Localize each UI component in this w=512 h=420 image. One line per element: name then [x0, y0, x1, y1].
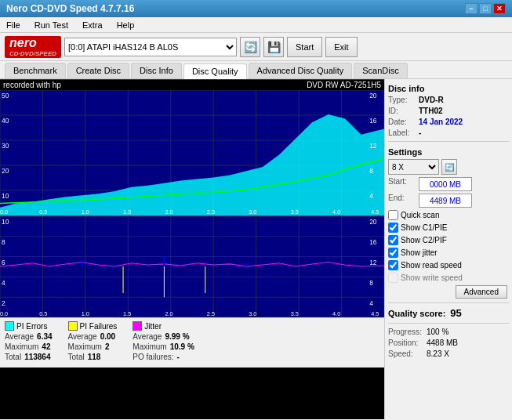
svg-text:40: 40	[2, 117, 9, 125]
svg-text:2.5: 2.5	[207, 208, 215, 215]
svg-text:4.5: 4.5	[371, 310, 379, 317]
end-mb-input[interactable]	[419, 194, 472, 208]
quick-scan-label: Quick scan	[401, 211, 439, 219]
tab-disc-info[interactable]: Disc Info	[131, 63, 182, 78]
pi-errors-color	[5, 321, 14, 331]
svg-text:1.0: 1.0	[82, 208, 89, 215]
po-failures-val: -	[177, 353, 180, 361]
chart-bottom: 10 8 6 4 2 20 16 12 8 4 0.0 0.5 1.0 1.5 …	[0, 215, 384, 317]
show-c2-pif-row: Show C2/PIF	[388, 235, 509, 245]
svg-text:20: 20	[369, 92, 377, 100]
quick-scan-checkbox[interactable]	[388, 210, 398, 220]
position-row: Position: 4488 MB	[388, 339, 509, 347]
tab-advanced-disc-quality[interactable]: Advanced Disc Quality	[249, 63, 353, 78]
svg-text:4: 4	[369, 299, 373, 307]
show-write-speed-checkbox	[388, 273, 398, 283]
jitter-group: Jitter Average 9.99 % Maximum 10.9 % PO …	[133, 321, 194, 361]
svg-text:8: 8	[369, 279, 373, 287]
menu-extra[interactable]: Extra	[79, 20, 106, 31]
svg-text:2.0: 2.0	[165, 310, 172, 317]
speed-select[interactable]: 8 X 4 X 6 X 12 X MAX	[388, 159, 439, 175]
nero-logo: nero CD·DVD/SPEED	[5, 36, 61, 58]
svg-text:3.0: 3.0	[249, 208, 256, 215]
show-c1-pie-label: Show C1/PIE	[401, 223, 447, 232]
close-btn[interactable]: ✕	[493, 3, 506, 14]
pi-failures-group: PI Failures Average 0.00 Maximum 2 Total…	[68, 321, 118, 361]
show-write-speed-label: Show write speed	[401, 273, 463, 282]
chart-bottom-svg: 10 8 6 4 2 20 16 12 8 4 0.0 0.5 1.0 1.5 …	[0, 216, 384, 317]
disc-id: TTH02	[419, 107, 443, 115]
disc-label: -	[419, 129, 421, 137]
disc-type: DVD-R	[419, 96, 444, 104]
quality-score-row: Quality score: 95	[388, 307, 509, 319]
divider-3	[388, 323, 509, 324]
advanced-button[interactable]: Advanced	[456, 285, 507, 299]
titlebar: Nero CD-DVD Speed 4.7.7.16 − □ ✕	[0, 0, 512, 17]
disc-date: 14 Jan 2022	[419, 118, 463, 126]
refresh-icon-btn[interactable]: 🔄	[240, 37, 260, 57]
svg-text:4: 4	[2, 279, 5, 287]
exit-button[interactable]: Exit	[325, 37, 357, 57]
chart-wrapper: recorded with hp DVD RW AD-7251H5	[0, 79, 384, 419]
chart-top-svg: 50 40 30 20 10 20 16 12 8 4 0.0 0.5 1.0 …	[0, 90, 384, 215]
quality-score-label: Quality score:	[388, 309, 445, 318]
maximize-btn[interactable]: □	[479, 3, 492, 14]
svg-text:12: 12	[369, 142, 377, 150]
jitter-avg: 9.99 %	[165, 332, 189, 341]
show-read-speed-label: Show read speed	[401, 261, 462, 270]
pi-failures-label: PI Failures	[80, 322, 118, 331]
pi-errors-avg: 6.34	[37, 332, 52, 341]
progress-row: Progress: 100 %	[388, 328, 509, 336]
menu-file[interactable]: File	[3, 20, 24, 31]
save-icon-btn[interactable]: 💾	[263, 37, 284, 57]
chart-top: 50 40 30 20 10 20 16 12 8 4 0.0 0.5 1.0 …	[0, 90, 384, 215]
drive-select[interactable]: [0:0] ATAPI iHAS124 B AL0S	[64, 38, 237, 56]
svg-text:8: 8	[2, 238, 5, 246]
menu-help[interactable]: Help	[114, 20, 138, 31]
toolbar: nero CD·DVD/SPEED [0:0] ATAPI iHAS124 B …	[0, 33, 512, 61]
start-mb-input[interactable]	[419, 177, 472, 191]
svg-text:50: 50	[2, 92, 9, 100]
svg-text:0.0: 0.0	[0, 310, 8, 317]
pi-failures-max: 2	[105, 342, 110, 351]
quality-score-value: 95	[450, 307, 461, 319]
pi-errors-group: PI Errors Average 6.34 Maximum 42 Total …	[5, 321, 53, 361]
svg-text:2.0: 2.0	[165, 208, 172, 215]
show-jitter-checkbox[interactable]	[388, 248, 398, 258]
position-value: 4488 MB	[427, 339, 458, 347]
start-button[interactable]: Start	[287, 37, 322, 57]
svg-text:4.0: 4.0	[332, 208, 340, 215]
tab-scan-disc[interactable]: ScanDisc	[354, 63, 407, 78]
show-c2-pif-checkbox[interactable]	[388, 235, 398, 245]
svg-text:1.0: 1.0	[82, 310, 89, 317]
svg-text:0.0: 0.0	[0, 208, 8, 215]
minimize-btn[interactable]: −	[465, 3, 478, 14]
chart-header-left: recorded with hp	[3, 81, 61, 89]
svg-text:4.5: 4.5	[371, 208, 379, 215]
speed-settings-row: 8 X 4 X 6 X 12 X MAX 🔄	[388, 159, 509, 175]
svg-text:4: 4	[369, 192, 373, 200]
svg-rect-38	[0, 216, 384, 317]
jitter-label: Jitter	[144, 322, 162, 331]
jitter-max: 10.9 %	[170, 342, 194, 351]
svg-text:6: 6	[2, 259, 5, 266]
tab-create-disc[interactable]: Create Disc	[67, 63, 129, 78]
svg-text:0.5: 0.5	[39, 208, 47, 215]
svg-text:3.0: 3.0	[249, 310, 256, 317]
main-content: recorded with hp DVD RW AD-7251H5	[0, 79, 512, 419]
disc-info-title: Disc info	[388, 84, 509, 93]
speed-icon-btn[interactable]: 🔄	[441, 159, 457, 175]
tabs: Benchmark Create Disc Disc Info Disc Qua…	[0, 61, 512, 79]
show-read-speed-checkbox[interactable]	[388, 260, 398, 270]
svg-text:2: 2	[2, 299, 5, 307]
svg-text:2.5: 2.5	[207, 310, 215, 317]
start-mb-row: Start:	[388, 177, 509, 191]
menu-run-test[interactable]: Run Test	[31, 20, 71, 31]
disc-label-row: Label: -	[388, 129, 509, 137]
show-c1-pie-checkbox[interactable]	[388, 223, 398, 233]
svg-text:16: 16	[369, 117, 377, 125]
divider-2	[388, 302, 509, 303]
tab-benchmark[interactable]: Benchmark	[5, 63, 66, 78]
tab-disc-quality[interactable]: Disc Quality	[183, 63, 247, 79]
svg-text:16: 16	[369, 238, 377, 246]
